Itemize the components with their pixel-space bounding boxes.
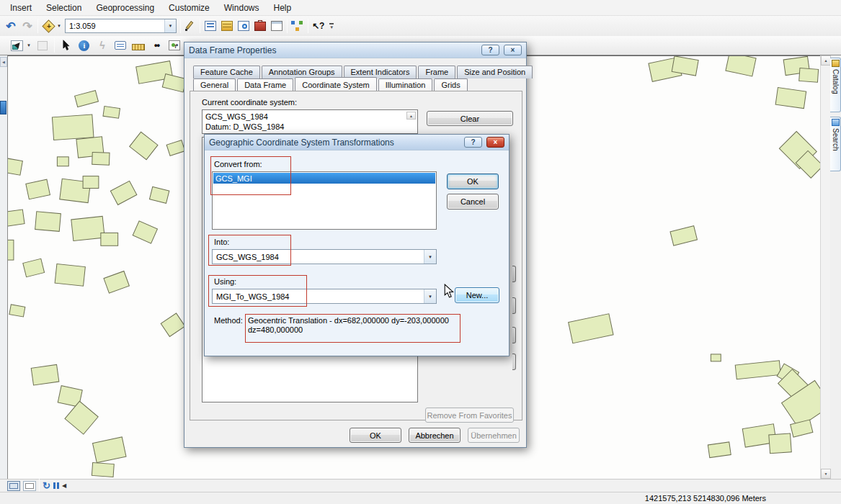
table-of-contents-icon[interactable] xyxy=(204,19,217,32)
hidden-button-sliver xyxy=(512,297,516,314)
current-cs-line2: Datum: D_WGS_1984 xyxy=(203,122,417,133)
collapsed-toc-tab[interactable] xyxy=(0,101,6,114)
gcst-title-bar[interactable]: Geographic Coordinate System Transformat… xyxy=(205,135,509,150)
menu-selection[interactable]: Selection xyxy=(39,1,89,15)
toolbar-separator xyxy=(37,19,38,33)
tab-coordinate-system[interactable]: Coordinate System xyxy=(295,77,377,91)
using-dropdown-icon[interactable]: ▼ xyxy=(424,289,436,303)
new-transformation-button[interactable]: New... xyxy=(455,287,499,303)
dock-tab-search[interactable]: Search xyxy=(830,117,841,171)
menu-customize[interactable]: Customize xyxy=(161,1,217,15)
map-building-polygon xyxy=(104,271,129,293)
clear-selection-icon[interactable] xyxy=(36,39,49,52)
map-building-polygon xyxy=(791,420,813,437)
dock-tab-catalog[interactable]: Catalog xyxy=(830,58,841,112)
measure-icon[interactable] xyxy=(132,39,145,52)
convert-from-listbox[interactable]: GCS_MGI xyxy=(212,171,437,230)
tab-grids[interactable]: Grids xyxy=(434,78,467,91)
python-window-icon[interactable] xyxy=(270,19,283,32)
map-scale-combobox[interactable]: 1:3.059 ▼ xyxy=(65,19,177,33)
toolbar-options-chevron-icon[interactable]: ▼ xyxy=(329,23,334,30)
html-popup-icon[interactable] xyxy=(114,39,127,52)
map-scale-value: 1:3.059 xyxy=(69,22,96,30)
textbox-scroll-up-icon[interactable]: ▲ xyxy=(406,112,416,120)
add-data-dropdown-icon[interactable]: ▼ xyxy=(57,24,61,28)
scroll-up-icon[interactable]: ▲ xyxy=(821,55,831,66)
tab-illumination[interactable]: Illumination xyxy=(378,78,433,91)
map-building-polygon xyxy=(769,433,791,454)
menu-help[interactable]: Help xyxy=(266,1,298,15)
using-label: Using: xyxy=(214,277,236,286)
layout-view-button[interactable] xyxy=(23,481,36,491)
dfp-apply-button[interactable]: Übernehmen xyxy=(468,428,520,443)
convert-from-selected-item[interactable]: GCS_MGI xyxy=(213,173,435,184)
map-building-polygon xyxy=(726,56,756,76)
map-vertical-scrollbar[interactable]: ▲ ▼ xyxy=(820,55,830,479)
map-scale-dropdown-icon[interactable]: ▼ xyxy=(164,19,176,32)
map-building-polygon xyxy=(8,210,25,226)
redo-icon[interactable]: ↷ xyxy=(21,19,34,32)
map-building-polygon xyxy=(735,361,780,379)
menu-windows[interactable]: Windows xyxy=(217,1,267,15)
go-to-xy-icon[interactable]: ↱ xyxy=(168,39,181,52)
tab-general[interactable]: General xyxy=(193,78,236,91)
pause-drawing-icon[interactable] xyxy=(53,482,59,489)
map-building-polygon xyxy=(130,132,158,160)
map-building-polygon xyxy=(92,153,110,166)
gcst-close-icon[interactable]: × xyxy=(486,137,504,148)
tab-size-and-position[interactable]: Size and Position xyxy=(457,66,533,78)
map-building-polygon xyxy=(92,463,114,477)
tab-feature-cache[interactable]: Feature Cache xyxy=(193,66,260,78)
collapse-toc-icon[interactable]: ◀ xyxy=(0,57,7,67)
convert-from-label: Convert from: xyxy=(214,160,262,168)
clear-button[interactable]: Clear xyxy=(427,111,513,126)
into-dropdown-icon[interactable]: ▼ xyxy=(424,250,436,264)
refresh-view-icon[interactable]: ↻ xyxy=(43,480,50,491)
hidden-button-sliver xyxy=(512,354,516,370)
hidden-button-sliver xyxy=(512,327,516,343)
gcs-transformations-dialog: Geographic Coordinate System Transformat… xyxy=(204,134,510,356)
map-building-polygon xyxy=(101,233,118,246)
search-window-icon[interactable] xyxy=(237,19,250,32)
data-view-button[interactable] xyxy=(7,481,20,491)
gcst-ok-button[interactable]: OK xyxy=(447,174,499,189)
method-value: Geocentric Translation - dx=682,000000 d… xyxy=(248,316,460,335)
dfp-close-icon[interactable]: × xyxy=(504,45,522,55)
current-cs-textbox[interactable]: GCS_WGS_1984 Datum: D_WGS_1984 ▲ xyxy=(202,109,418,134)
map-building-polygon xyxy=(31,364,59,385)
dfp-cancel-button[interactable]: Abbrechen xyxy=(409,428,460,443)
map-building-polygon xyxy=(711,354,721,361)
right-dock-tabs: CatalogSearch xyxy=(830,58,841,176)
menu-geoprocessing[interactable]: Geoprocessing xyxy=(89,1,161,15)
tab-data-frame[interactable]: Data Frame xyxy=(237,78,293,91)
undo-icon[interactable]: ↶ xyxy=(4,19,17,32)
whats-this-help-icon[interactable]: ↖? xyxy=(312,21,324,31)
arctoolbox-icon[interactable] xyxy=(254,19,267,32)
dfp-ok-button[interactable]: OK xyxy=(350,428,401,443)
editor-sketch-icon[interactable] xyxy=(184,20,196,32)
toolbar-separator xyxy=(287,19,288,33)
map-horizontal-scrollbar[interactable]: ↻ ◀ xyxy=(0,479,841,492)
add-data-icon[interactable]: + xyxy=(42,19,55,32)
remove-from-favorites-button[interactable]: Remove From Favorites xyxy=(425,408,514,423)
find-icon[interactable]: ●● xyxy=(150,39,163,52)
select-features-icon[interactable] xyxy=(10,39,23,52)
modelbuilder-icon[interactable] xyxy=(291,19,304,32)
identify-icon[interactable]: i xyxy=(78,39,91,52)
menu-insert[interactable]: Insert xyxy=(3,1,39,15)
using-combobox[interactable]: MGI_To_WGS_1984 ▼ xyxy=(212,289,437,304)
catalog-window-icon[interactable] xyxy=(221,19,233,32)
scroll-left-icon[interactable]: ◀ xyxy=(62,482,66,489)
map-building-polygon xyxy=(149,186,169,203)
select-features-dropdown-icon[interactable]: ▼ xyxy=(27,43,31,48)
gcst-help-icon[interactable]: ? xyxy=(464,137,482,148)
dfp-title-bar[interactable]: Data Frame Properties ? × xyxy=(184,42,526,58)
arcmap-window: InsertSelectionGeoprocessingCustomizeWin… xyxy=(0,0,841,504)
hyperlink-icon[interactable]: ϟ xyxy=(96,39,109,52)
select-elements-icon[interactable] xyxy=(60,39,73,52)
dfp-help-icon[interactable]: ? xyxy=(481,45,499,55)
into-combobox[interactable]: GCS_WGS_1984 ▼ xyxy=(212,249,437,264)
tab-frame[interactable]: Frame xyxy=(418,66,455,78)
scroll-down-icon[interactable]: ▼ xyxy=(821,469,831,479)
gcst-cancel-button[interactable]: Cancel xyxy=(447,194,499,210)
